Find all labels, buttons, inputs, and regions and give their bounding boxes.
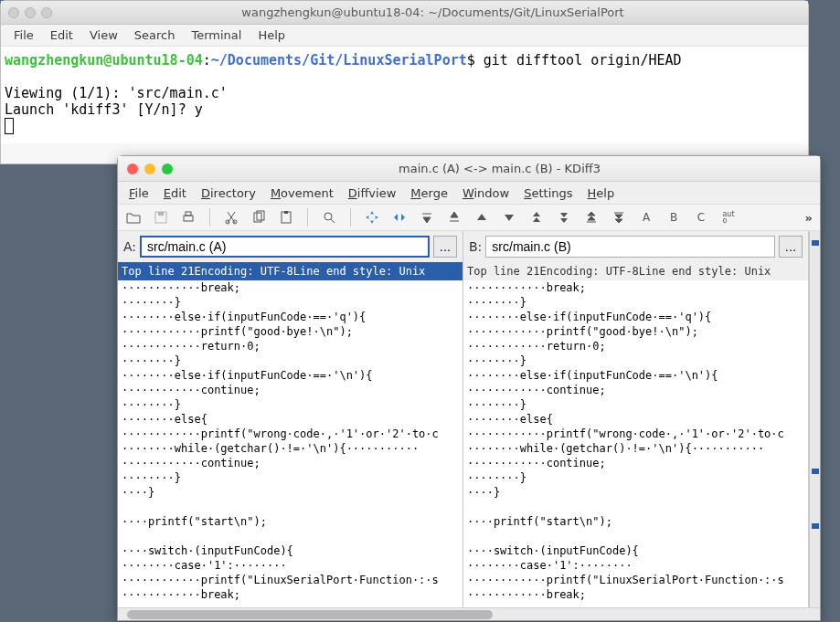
terminal-menu-terminal[interactable]: Terminal	[191, 28, 241, 42]
prev-diff-icon[interactable]	[473, 209, 490, 226]
toolbar-separator	[350, 208, 351, 227]
terminal-menu-view[interactable]: View	[90, 28, 118, 42]
select-b-button[interactable]: B	[665, 209, 682, 226]
terminal-body[interactable]: wangzhengkun@ubuntu18-04:~/Documents/Git…	[1, 47, 808, 143]
menu-diffview[interactable]: Diffview	[348, 186, 397, 200]
browse-button-a[interactable]: ...	[433, 236, 457, 258]
prompt-user: wangzhengkun@ubuntu18-04	[5, 52, 203, 69]
terminal-titlebar[interactable]: wangzhengkun@ubuntu18-04: ~/Documents/Gi…	[1, 1, 808, 25]
save-icon[interactable]	[153, 209, 169, 226]
next-conflict-icon[interactable]	[556, 209, 572, 226]
paste-icon[interactable]	[278, 209, 294, 226]
panel-a: A: ... Top line 21Encoding: UTF-8Line en…	[118, 231, 463, 607]
diff-panels: A: ... Top line 21Encoding: UTF-8Line en…	[118, 231, 820, 607]
terminal-menu: File Edit View Search Terminal Help	[1, 25, 808, 47]
search-icon[interactable]	[321, 209, 337, 226]
svg-point-4	[226, 220, 229, 224]
open-icon[interactable]	[125, 209, 142, 226]
overview-mark-icon	[812, 469, 819, 474]
navigate-icon[interactable]	[364, 209, 380, 226]
terminal-cursor-icon	[5, 118, 14, 134]
svg-rect-1	[158, 212, 164, 216]
info-bar-b: Top line 21Encoding: UTF-8Line end style…	[463, 262, 808, 280]
menu-help[interactable]: Help	[588, 186, 615, 200]
kdiff-title: main.c (A) <-> main.c (B) - KDiff3	[179, 162, 820, 175]
prompt-path: ~/Documents/Git/LinuxSerialPort	[211, 52, 467, 69]
window-maximize-icon[interactable]	[41, 7, 52, 18]
terminal-output-1: Viewing (1/1): 'src/main.c'	[5, 85, 228, 101]
path-input-b[interactable]	[485, 236, 775, 258]
next-unsolved-icon[interactable]	[611, 209, 627, 226]
svg-rect-2	[184, 216, 193, 221]
svg-point-5	[233, 220, 237, 224]
terminal-output-2: Launch 'kdiff3' [Y/n]? y	[5, 101, 203, 118]
current-diff-icon[interactable]	[391, 209, 408, 226]
terminal-window: wangzhengkun@ubuntu18-04: ~/Documents/Gi…	[0, 0, 809, 164]
browse-button-b[interactable]: ...	[779, 236, 803, 258]
prompt-sep: :	[203, 52, 211, 69]
toolbar-separator	[307, 208, 308, 227]
kdiff-toolbar: A B C aut o »	[118, 204, 820, 231]
last-diff-icon[interactable]	[446, 209, 463, 226]
minimize-icon[interactable]	[144, 163, 155, 174]
path-row-b: B: ...	[463, 231, 808, 262]
overview-mark-icon	[812, 240, 819, 246]
terminal-title: wangzhengkun@ubuntu18-04: ~/Documents/Gi…	[58, 5, 808, 19]
next-diff-icon[interactable]	[501, 209, 517, 226]
menu-directory[interactable]: Directory	[201, 186, 256, 200]
kdiff-menu: File Edit Directory Movement Diffview Me…	[118, 182, 820, 204]
close-icon[interactable]	[127, 163, 138, 174]
svg-point-10	[324, 213, 332, 220]
svg-rect-9	[284, 211, 288, 214]
svg-rect-3	[186, 212, 191, 216]
toolbar-separator	[209, 208, 210, 227]
menu-settings[interactable]: Settings	[524, 186, 572, 200]
select-a-button[interactable]: A	[638, 209, 654, 226]
menu-window[interactable]: Window	[463, 186, 509, 200]
menu-movement[interactable]: Movement	[271, 186, 334, 200]
menu-merge[interactable]: Merge	[410, 186, 448, 200]
copy-icon[interactable]	[250, 209, 267, 226]
toolbar-more-icon[interactable]: »	[805, 211, 813, 225]
window-close-icon[interactable]	[8, 7, 19, 18]
prev-unsolved-icon[interactable]	[583, 209, 600, 226]
code-area-a[interactable]: ············break; ········} ········els…	[118, 280, 463, 607]
terminal-menu-search[interactable]: Search	[134, 28, 175, 42]
print-icon[interactable]	[180, 209, 197, 226]
kdiff-titlebar[interactable]: main.c (A) <-> main.c (B) - KDiff3	[118, 156, 820, 182]
prev-conflict-icon[interactable]	[528, 209, 545, 226]
info-bar-a: Top line 21Encoding: UTF-8Line end style…	[118, 262, 463, 280]
scrollbar-thumb[interactable]	[127, 610, 493, 619]
path-row-a: A: ...	[118, 231, 463, 262]
horizontal-scrollbar[interactable]	[118, 607, 820, 620]
path-input-a[interactable]	[140, 236, 430, 258]
overview-mark-icon	[812, 523, 819, 529]
select-c-button[interactable]: C	[693, 209, 709, 226]
kdiff-window: main.c (A) <-> main.c (B) - KDiff3 File …	[117, 155, 821, 621]
path-label-b: B:	[469, 239, 482, 254]
menu-edit[interactable]: Edit	[164, 186, 186, 200]
menu-file[interactable]: File	[129, 186, 149, 200]
terminal-menu-file[interactable]: File	[14, 28, 34, 42]
window-minimize-icon[interactable]	[25, 7, 36, 18]
terminal-menu-edit[interactable]: Edit	[50, 28, 73, 42]
code-area-b[interactable]: ············break; ········} ········els…	[463, 280, 808, 607]
terminal-command: git difftool origin/HEAD	[475, 52, 682, 69]
auto-button[interactable]: aut o	[720, 209, 737, 226]
cut-icon[interactable]	[223, 209, 239, 226]
overview-strip[interactable]	[809, 231, 820, 607]
path-label-a: A:	[123, 239, 136, 254]
prompt-dollar: $	[467, 52, 475, 69]
maximize-icon[interactable]	[162, 163, 173, 174]
first-diff-icon[interactable]	[419, 209, 435, 226]
terminal-menu-help[interactable]: Help	[258, 28, 285, 42]
panel-b: B: ... Top line 21Encoding: UTF-8Line en…	[463, 231, 809, 607]
